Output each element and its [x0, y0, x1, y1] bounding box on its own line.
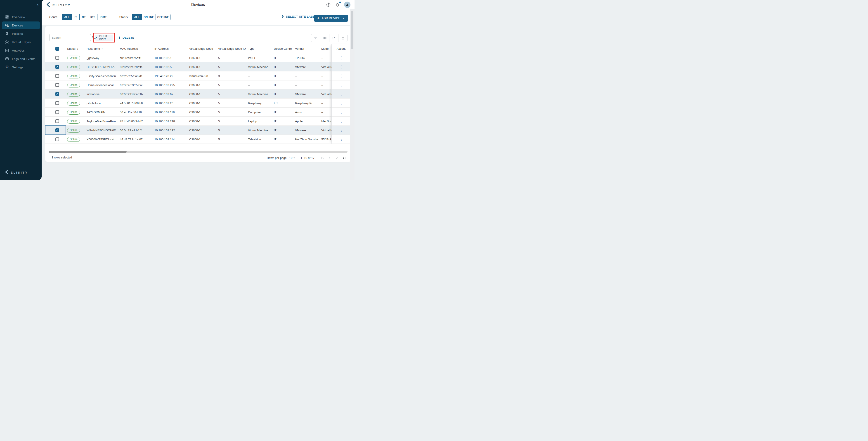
kebab-menu-icon[interactable]: ⋮: [340, 74, 343, 77]
table-row[interactable]: OnlineDESKTOP-D7S2E6A00:0c:29:e0:8b:fc10…: [45, 62, 348, 71]
col-type[interactable]: Type: [248, 44, 254, 53]
filter-icon[interactable]: [311, 34, 320, 42]
sidebar-item-devices[interactable]: Devices: [2, 22, 40, 29]
genre-ot-button[interactable]: OT: [80, 14, 88, 20]
kebab-menu-icon[interactable]: ⋮: [340, 84, 343, 87]
table-row[interactable]: OnlineWIN-NNB7OHGOH0E00:0c:29:a2:b4:2d10…: [45, 126, 348, 135]
refresh-icon[interactable]: [329, 34, 338, 42]
genre-iomt-button[interactable]: IOMT: [97, 14, 109, 20]
first-page-button[interactable]: [320, 156, 325, 160]
row-checkbox[interactable]: [55, 62, 62, 71]
table-row[interactable]: Onlineind-lab-ve00:0c:29:de:ab:0710.100.…: [45, 90, 348, 99]
window-scrollbar-thumb[interactable]: [351, 11, 353, 49]
cell-vendor: Raspberry Pi: [295, 99, 320, 107]
cell-ven: virtual-ven-0-0: [189, 71, 217, 81]
sidebar-item-settings[interactable]: ⚙Settings: [2, 63, 40, 71]
sidebar-item-analytics[interactable]: Analytics: [2, 46, 40, 54]
col-genre[interactable]: Device Genre: [274, 44, 292, 53]
prev-page-button[interactable]: [328, 156, 332, 160]
cell-ip: 10.100.102.218: [154, 117, 188, 126]
status-badge: Online: [67, 81, 85, 90]
col-ip[interactable]: IP Address: [154, 44, 169, 53]
horizontal-scrollbar[interactable]: [49, 151, 347, 153]
window-scrollbar[interactable]: [350, 9, 354, 180]
cell-ven-id: 5: [218, 99, 232, 107]
status-all-button[interactable]: ALL: [132, 14, 142, 20]
user-avatar[interactable]: [344, 2, 350, 8]
row-checkbox[interactable]: [55, 107, 62, 117]
table-row[interactable]: Online_gatewayc0:06:c3:f0:5b:f110.100.10…: [45, 53, 348, 62]
col-vendor[interactable]: Vendor: [295, 44, 304, 53]
genre-all-button[interactable]: ALL: [62, 14, 72, 20]
row-checkbox[interactable]: [55, 53, 62, 62]
row-checkbox[interactable]: [55, 71, 62, 81]
help-icon[interactable]: [326, 2, 331, 7]
download-icon[interactable]: [338, 34, 347, 42]
status-online-button[interactable]: ONLINE: [142, 14, 156, 20]
col-ven[interactable]: Virtual Edge Node: [189, 44, 213, 53]
kebab-menu-icon[interactable]: ⋮: [340, 138, 343, 141]
col-hostname[interactable]: Hostname↑: [87, 44, 103, 53]
sidebar-item-virtual-edges[interactable]: Virtual Edges: [2, 38, 40, 46]
rows-per-page-select[interactable]: 10▾: [289, 156, 295, 160]
kebab-menu-icon[interactable]: ⋮: [340, 65, 343, 68]
cell-vendor: Asus: [295, 107, 320, 117]
search-input[interactable]: [52, 36, 92, 39]
row-checkbox[interactable]: [55, 117, 62, 126]
row-checkbox[interactable]: [55, 135, 62, 144]
scrollbar-thumb[interactable]: [49, 151, 127, 153]
genre-iot-button[interactable]: IOT: [88, 14, 97, 20]
columns-icon[interactable]: [320, 34, 329, 42]
sidebar-collapse-icon[interactable]: ‹: [37, 2, 38, 7]
select-all-checkbox[interactable]: [55, 44, 59, 53]
status-badge: Online: [67, 53, 85, 62]
notifications-bell-icon[interactable]: [335, 2, 340, 7]
cell-type: --: [248, 71, 273, 81]
col-mac[interactable]: MAC Address: [120, 44, 138, 53]
cell-ip: 193.49.120.22: [154, 71, 188, 81]
filter-row: Genre: ALL IT OT IOT IOMT Status: ALL ON…: [49, 14, 170, 20]
cell-model: --: [321, 81, 332, 90]
status-badge: Online: [67, 90, 85, 99]
add-device-button[interactable]: + ADD DEVICE: [314, 15, 348, 22]
table-row[interactable]: Onlinepihole.locale4:5f:01:7d:08:b810.10…: [45, 99, 348, 107]
col-ven-id[interactable]: Virtual Edge Node ID: [218, 44, 246, 53]
col-status[interactable]: Status↓: [67, 44, 78, 53]
row-checkbox[interactable]: [55, 99, 62, 107]
next-page-button[interactable]: [335, 156, 339, 160]
kebab-menu-icon[interactable]: ⋮: [340, 92, 343, 96]
row-checkbox[interactable]: [55, 90, 62, 99]
table-row[interactable]: OnlineTAYLORMAIN50:eb:f6:cf:6d:1810.100.…: [45, 107, 348, 117]
sidebar-item-overview[interactable]: Overview: [2, 13, 40, 21]
kebab-menu-icon[interactable]: ⋮: [340, 120, 343, 123]
table-row[interactable]: OnlineTaylors-MacBook-Pro-...78:4f:43:86…: [45, 117, 348, 126]
cell-mac: 00:0c:29:a2:b4:2d: [120, 126, 153, 135]
genre-it-button[interactable]: IT: [72, 14, 80, 20]
status-badge: Online: [67, 62, 85, 71]
cell-model: --: [321, 71, 332, 81]
status-label: Status:: [119, 15, 128, 19]
row-checkbox[interactable]: [55, 126, 62, 135]
cell-ven: C3650-1: [189, 126, 217, 135]
col-model[interactable]: Model: [321, 44, 329, 53]
table-row[interactable]: OnlineX00000V25SPT.local44:d8:78:fc:1a:0…: [45, 135, 348, 144]
table-row[interactable]: OnlineElisity-scale-enchantin...dc:fb:7e…: [45, 71, 348, 81]
table-row[interactable]: OnlineHome-extender.local62:38:e0:3c:59:…: [45, 81, 348, 90]
analytics-icon: [5, 49, 9, 53]
row-checkbox[interactable]: [55, 81, 62, 90]
kebab-menu-icon[interactable]: ⋮: [340, 101, 343, 105]
sidebar-item-policies[interactable]: Policies: [2, 30, 40, 37]
kebab-menu-icon[interactable]: ⋮: [340, 56, 343, 59]
cell-ven: C3650-1: [189, 117, 217, 126]
status-badge: Online: [67, 99, 85, 107]
cell-mac: e4:5f:01:7d:08:b8: [120, 99, 153, 107]
main-area: ELISITY Devices Genre: AL: [41, 0, 354, 180]
chevron-down-icon: [342, 17, 345, 20]
last-page-button[interactable]: [342, 156, 346, 160]
sidebar-item-logs-and-events[interactable]: Logs and Events: [2, 55, 40, 63]
status-offline-button[interactable]: OFFLINE: [156, 14, 170, 20]
bulk-edit-button[interactable]: BULK EDIT: [95, 35, 113, 41]
kebab-menu-icon[interactable]: ⋮: [340, 111, 343, 114]
kebab-menu-icon[interactable]: ⋮: [340, 129, 343, 132]
delete-button[interactable]: DELETE: [118, 34, 134, 41]
